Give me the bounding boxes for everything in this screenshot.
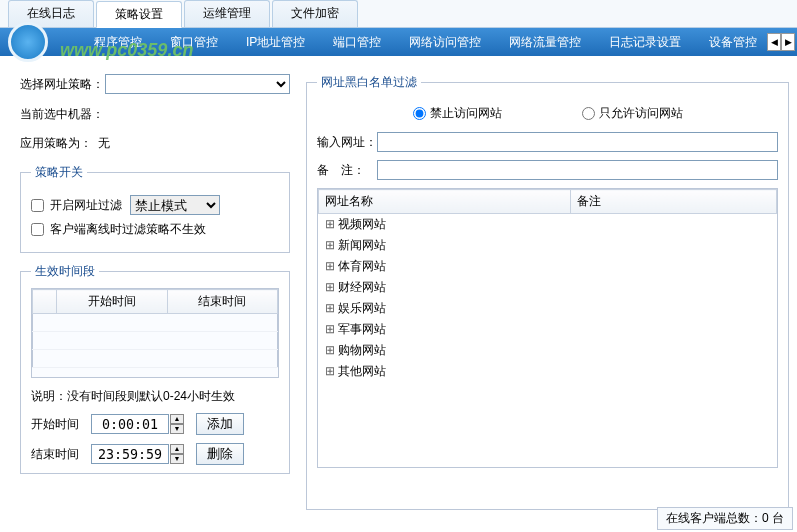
offline-nofilter-checkbox[interactable] xyxy=(31,223,44,236)
filter-mode-select[interactable]: 禁止模式 xyxy=(130,195,220,215)
nav-ip[interactable]: IP地址管控 xyxy=(232,28,319,56)
col-url-remark: 备注 xyxy=(570,190,776,214)
nav-window[interactable]: 窗口管控 xyxy=(156,28,232,56)
input-url-label: 输入网址： xyxy=(317,134,377,151)
start-time-label: 开始时间 xyxy=(31,416,91,433)
policy-switch-legend: 策略开关 xyxy=(31,164,87,181)
enable-filter-checkbox[interactable] xyxy=(31,199,44,212)
nav-device[interactable]: 设备管控 xyxy=(695,28,771,56)
status-label: 在线客户端总数： xyxy=(666,511,762,525)
radio-deny[interactable] xyxy=(413,107,426,120)
offline-nofilter-label: 客户端离线时过滤策略不生效 xyxy=(50,221,206,238)
current-machine-label: 当前选中机器： xyxy=(20,106,104,123)
effective-period-fieldset: 生效时间段 开始时间 结束时间 说明：没有时间段则默认0-24小时生效 开始时间 xyxy=(20,263,290,474)
period-table[interactable]: 开始时间 结束时间 xyxy=(31,288,279,378)
url-filter-legend: 网址黑白名单过滤 xyxy=(317,74,421,91)
tree-node[interactable]: 体育网站 xyxy=(319,256,571,277)
url-category-table[interactable]: 网址名称 备注 视频网站 新闻网站 体育网站 财经网站 娱乐网站 军事网站 购物… xyxy=(317,188,778,468)
apply-policy-label: 应用策略为： xyxy=(20,135,92,152)
col-url-name: 网址名称 xyxy=(319,190,571,214)
remark-label: 备 注： xyxy=(317,162,377,179)
policy-switch-fieldset: 策略开关 开启网址过滤 禁止模式 客户端离线时过滤策略不生效 xyxy=(20,164,290,253)
policy-select[interactable] xyxy=(105,74,290,94)
logo xyxy=(0,28,80,56)
tree-node[interactable]: 视频网站 xyxy=(319,214,571,236)
end-spin-up-icon[interactable]: ▲ xyxy=(170,444,184,454)
top-tabs: 在线日志 策略设置 运维管理 文件加密 xyxy=(0,0,797,28)
tree-node[interactable]: 新闻网站 xyxy=(319,235,571,256)
tree-node[interactable]: 财经网站 xyxy=(319,277,571,298)
nav-port[interactable]: 端口管控 xyxy=(319,28,395,56)
tree-node[interactable]: 其他网站 xyxy=(319,361,571,382)
period-note: 说明：没有时间段则默认0-24小时生效 xyxy=(31,388,279,405)
sub-navbar: 程序管控 窗口管控 IP地址管控 端口管控 网络访问管控 网络流量管控 日志记录… xyxy=(0,28,797,56)
nav-scroll-left-icon[interactable]: ◀ xyxy=(767,33,781,51)
end-spin-down-icon[interactable]: ▼ xyxy=(170,454,184,464)
start-time-input[interactable] xyxy=(91,414,169,434)
tab-file-encrypt[interactable]: 文件加密 xyxy=(272,0,358,27)
tree-node[interactable]: 购物网站 xyxy=(319,340,571,361)
enable-filter-label: 开启网址过滤 xyxy=(50,197,122,214)
left-pane: 选择网址策略： 当前选中机器： 应用策略为： 无 策略开关 开启网址过滤 禁止模… xyxy=(8,66,296,504)
remark-input[interactable] xyxy=(377,160,778,180)
start-spin-up-icon[interactable]: ▲ xyxy=(170,414,184,424)
tab-policy-settings[interactable]: 策略设置 xyxy=(96,1,182,28)
tree-node[interactable]: 娱乐网站 xyxy=(319,298,571,319)
nav-net-access[interactable]: 网络访问管控 xyxy=(395,28,495,56)
end-time-input[interactable] xyxy=(91,444,169,464)
radio-allow[interactable] xyxy=(582,107,595,120)
url-filter-fieldset: 网址黑白名单过滤 禁止访问网站 只允许访问网站 输入网址： 备 注： 网址名称 … xyxy=(306,74,789,510)
nav-program[interactable]: 程序管控 xyxy=(80,28,156,56)
radio-deny-label[interactable]: 禁止访问网站 xyxy=(413,105,502,122)
nav-scroll-right-icon[interactable]: ▶ xyxy=(781,33,795,51)
add-period-button[interactable]: 添加 xyxy=(196,413,244,435)
nav-net-traffic[interactable]: 网络流量管控 xyxy=(495,28,595,56)
col-start-time: 开始时间 xyxy=(57,290,168,314)
url-input[interactable] xyxy=(377,132,778,152)
apply-policy-value: 无 xyxy=(98,135,110,152)
start-spin-down-icon[interactable]: ▼ xyxy=(170,424,184,434)
radio-allow-label[interactable]: 只允许访问网站 xyxy=(582,105,683,122)
tab-ops-manage[interactable]: 运维管理 xyxy=(184,0,270,27)
select-policy-label: 选择网址策略： xyxy=(20,76,105,93)
nav-log-settings[interactable]: 日志记录设置 xyxy=(595,28,695,56)
tree-node[interactable]: 军事网站 xyxy=(319,319,571,340)
col-end-time: 结束时间 xyxy=(167,290,278,314)
delete-period-button[interactable]: 删除 xyxy=(196,443,244,465)
status-value: 0 台 xyxy=(762,511,784,525)
status-bar: 在线客户端总数：0 台 xyxy=(657,507,793,530)
effective-period-legend: 生效时间段 xyxy=(31,263,99,280)
end-time-label: 结束时间 xyxy=(31,446,91,463)
